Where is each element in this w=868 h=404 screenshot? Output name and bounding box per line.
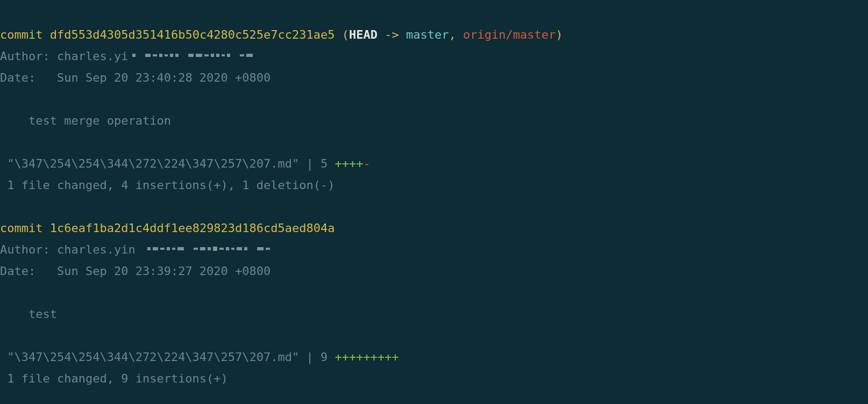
date-value: Sun Sep 20 23:40:28 2020 +0800 [57,71,271,84]
date-label: Date: [0,71,57,84]
diffstat-minus: - [364,157,371,170]
author-label: Author: [0,243,57,256]
diffstat-summary: 1 file changed, 9 insertions(+) [0,372,228,385]
redacted-email-icon [140,247,272,251]
commit-message: test [0,307,57,321]
arrow: -> [378,28,406,41]
commit-message: test merge operation [0,114,171,127]
terminal-output: commit dfd553d4305d351416b50c4280c525e7c… [0,0,868,389]
author-label: Author: [0,49,57,63]
commit-label: commit [0,28,42,41]
diffstat-summary: 1 file changed, 4 insertions(+), 1 delet… [0,178,335,192]
local-branch: master [406,28,449,41]
refs-close: ) [556,28,563,41]
refs-sep: , [449,28,464,41]
redacted-email-icon [132,54,255,57]
date-value: Sun Sep 20 23:39:27 2020 +0800 [57,264,271,278]
commit-hash: 1c6eaf1ba2d1c4ddf1ee829823d186cd5aed804a [50,221,335,235]
diffstat-file: "\347\254\254\344\272\224\347\257\207.md… [0,157,335,170]
diffstat-file: "\347\254\254\344\272\224\347\257\207.md… [0,350,335,364]
commit-hash: dfd553d4305d351416b50c4280c525e7cc231ae5 [50,28,335,41]
refs-open: ( [335,28,350,41]
commit-label: commit [0,221,42,235]
head-ref: HEAD [349,28,378,41]
date-label: Date: [0,264,57,278]
author-name: charles.yi [57,49,128,63]
author-name: charles.yin [57,243,136,256]
diffstat-plus: ++++ [335,157,364,170]
diffstat-plus: +++++++++ [335,350,399,364]
remote-branch: origin/master [463,28,556,41]
